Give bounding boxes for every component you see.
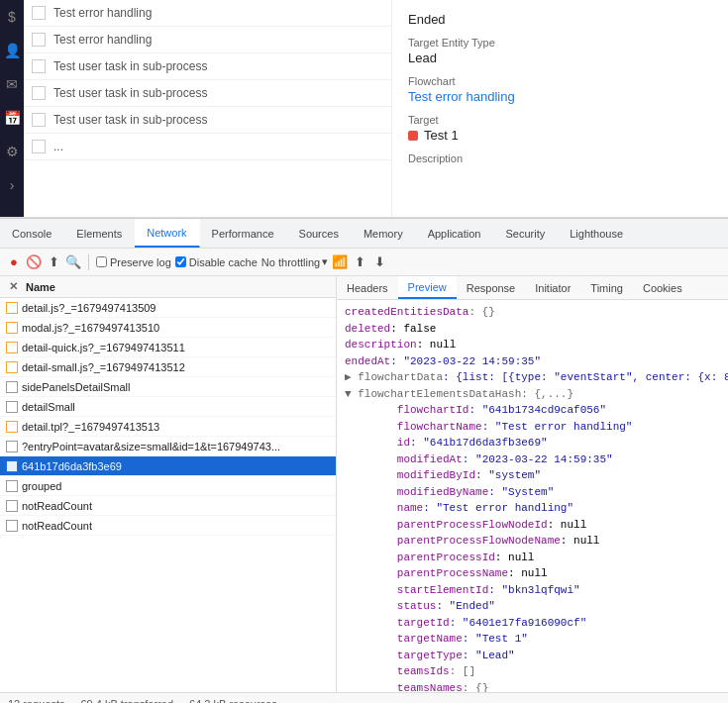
close-panel-button[interactable]: ✕	[6, 280, 20, 294]
file-name-label: grouped	[22, 480, 61, 492]
list-item-checkbox[interactable]	[32, 86, 46, 100]
file-type-icon	[6, 500, 18, 512]
file-list-item[interactable]: sidePanelsDetailSmall	[0, 377, 336, 397]
json-line: targetType: "Lead"	[345, 648, 720, 664]
json-line: modifiedAt: "2023-03-22 14:59:35"	[345, 452, 720, 468]
file-type-icon	[6, 520, 18, 532]
json-line: parentProcessId: null	[345, 550, 720, 566]
throttle-select[interactable]: No throttling ▾	[261, 255, 328, 268]
preserve-log-checkbox[interactable]: Preserve log	[96, 256, 171, 268]
file-name-label: 641b17d6da3fb3e69	[22, 460, 122, 472]
file-type-icon	[6, 302, 18, 314]
file-list: ✕ Name detail.js?_=1679497413509modal.js…	[0, 276, 337, 692]
sidebar-icon-settings[interactable]: ⚙	[3, 143, 21, 160]
json-line: ▼ flowchartElementsDataHash: {,...}	[345, 386, 720, 403]
disable-cache-label: Disable cache	[189, 256, 258, 268]
file-type-icon	[6, 381, 18, 393]
list-item[interactable]: Test error handling	[24, 27, 391, 53]
list-item[interactable]: Test error handling	[24, 0, 391, 27]
sidebar-icon-chevron[interactable]: ›	[3, 176, 21, 194]
devtools-tabs: Console Elements Network Performance Sou…	[0, 219, 728, 249]
wifi-icon[interactable]: 📶	[332, 254, 348, 270]
file-type-icon	[6, 342, 18, 353]
tab-response[interactable]: Response	[457, 276, 526, 299]
json-line: flowchartName: "Test error handling"	[345, 419, 720, 436]
preview-tabs: Headers Preview Response Initiator Timin…	[337, 276, 728, 300]
list-item-checkbox[interactable]	[32, 113, 46, 127]
record-button[interactable]: ●	[6, 254, 22, 270]
tab-headers[interactable]: Headers	[337, 276, 398, 299]
sidebar-icon-person[interactable]: 👤	[3, 42, 21, 59]
file-name-label: ?entryPoint=avatar&size=small&id=1&t=167…	[22, 441, 280, 452]
tab-application[interactable]: Application	[416, 219, 494, 248]
list-item[interactable]: Test user task in sub-process	[24, 107, 391, 134]
json-line: targetId: "6401e17fa916090cf"	[345, 615, 720, 632]
file-name-label: modal.js?_=1679497413510	[22, 322, 159, 334]
search-button[interactable]: 🔍	[65, 254, 81, 270]
filter-button[interactable]: ⬆	[46, 254, 61, 270]
tab-console[interactable]: Console	[0, 219, 64, 248]
tab-memory[interactable]: Memory	[352, 219, 416, 248]
devtools: Console Elements Network Performance Sou…	[0, 218, 728, 703]
clear-button[interactable]: 🚫	[26, 254, 42, 270]
tab-initiator[interactable]: Initiator	[525, 276, 580, 299]
file-list-item[interactable]: detail-quick.js?_=1679497413511	[0, 338, 336, 357]
file-list-item[interactable]: modal.js?_=1679497413510	[0, 318, 336, 338]
list-item-checkbox[interactable]	[32, 6, 46, 20]
file-list-item[interactable]: detail-small.js?_=1679497413512	[0, 357, 336, 377]
disable-cache-checkbox[interactable]: Disable cache	[175, 256, 258, 268]
target-row: Test 1	[408, 128, 712, 143]
json-line: parentProcessName: null	[345, 565, 720, 582]
sidebar-icon-calendar[interactable]: 📅	[3, 109, 21, 127]
file-list-item[interactable]: grouped	[0, 476, 336, 496]
list-item[interactable]: Test user task in sub-process	[24, 53, 391, 80]
file-list-item[interactable]: detail.tpl?_=1679497413513	[0, 417, 336, 437]
list-item-checkbox[interactable]	[32, 140, 46, 153]
json-line: flowchartId: "641b1734cd9caf056"	[345, 402, 720, 419]
tab-performance[interactable]: Performance	[200, 219, 287, 248]
json-line: startElementId: "bkn3lqfqwi"	[345, 582, 720, 599]
file-list-item[interactable]: detail.js?_=1679497413509	[0, 298, 336, 318]
target-dot-icon	[408, 131, 418, 141]
json-line: parentProcessFlowNodeId: null	[345, 517, 720, 534]
tab-security[interactable]: Security	[493, 219, 558, 248]
list-item-checkbox[interactable]	[32, 59, 46, 73]
flowchart-link[interactable]: Test error handling	[408, 89, 515, 104]
tab-timing[interactable]: Timing	[580, 276, 633, 299]
file-list-item[interactable]: ?entryPoint=avatar&size=small&id=1&t=167…	[0, 437, 336, 456]
sidebar-icon-mail[interactable]: ✉	[3, 75, 21, 93]
tab-preview[interactable]: Preview	[398, 276, 457, 299]
tab-lighthouse[interactable]: Lighthouse	[558, 219, 636, 248]
json-line: ▶ flowchartData: {list: [{type: "eventSt…	[345, 369, 720, 386]
disable-cache-input[interactable]	[175, 256, 186, 267]
list-item-text: ...	[53, 140, 63, 153]
list-item[interactable]: Test user task in sub-process	[24, 80, 391, 107]
json-line: description: null	[345, 337, 720, 353]
json-line: targetName: "Test 1"	[345, 631, 720, 648]
file-type-icon	[6, 421, 18, 433]
tab-elements[interactable]: Elements	[64, 219, 135, 248]
preserve-log-label: Preserve log	[110, 256, 171, 268]
file-list-item[interactable]: notReadCount	[0, 516, 336, 536]
list-item[interactable]: ...	[24, 134, 391, 160]
tab-sources[interactable]: Sources	[287, 219, 352, 248]
flowchart-label: Flowchart	[408, 75, 712, 87]
upload-icon[interactable]: ⬆	[352, 254, 367, 270]
sidebar-icon-dollar[interactable]: $	[3, 8, 21, 26]
file-list-item[interactable]: detailSmall	[0, 397, 336, 417]
tab-network[interactable]: Network	[135, 219, 199, 248]
entity-type-value: Lead	[408, 50, 712, 65]
file-list-item[interactable]: notReadCount	[0, 496, 336, 516]
json-line: deleted: false	[345, 321, 720, 338]
list-item-checkbox[interactable]	[32, 33, 46, 47]
json-line: id: "641b17d6da3fb3e69"	[345, 435, 720, 452]
tab-cookies[interactable]: Cookies	[633, 276, 692, 299]
file-type-icon	[6, 401, 18, 413]
json-line: createdEntitiesData: {}	[345, 304, 720, 321]
preserve-log-input[interactable]	[96, 256, 107, 267]
file-list-item[interactable]: 641b17d6da3fb3e69	[0, 456, 336, 476]
download-icon[interactable]: ⬇	[371, 254, 387, 270]
app-area: $ 👤 ✉ 📅 ⚙ › Test error handling Test err…	[0, 0, 728, 218]
file-name-label: sidePanelsDetailSmall	[22, 381, 130, 393]
file-name-label: detailSmall	[22, 401, 75, 413]
